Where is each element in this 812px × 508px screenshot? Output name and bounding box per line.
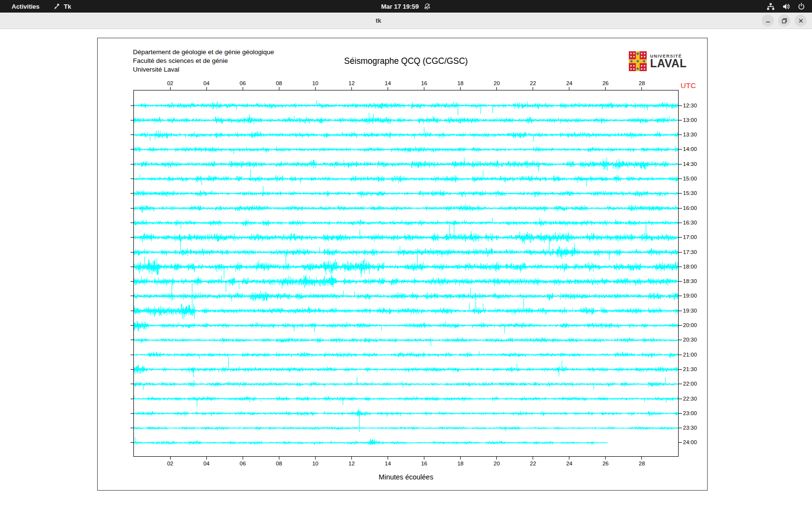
- volume-icon: [782, 2, 790, 11]
- y-axis-tick-right: [678, 134, 682, 135]
- x-axis-label-bottom: 04: [203, 461, 210, 466]
- x-axis-label-bottom: 06: [240, 461, 246, 466]
- x-axis-label-bottom: 14: [385, 461, 391, 466]
- universite-laval-logo: UNIVERSITÉ LAVAL: [629, 51, 687, 73]
- x-axis-label-top: 10: [312, 80, 319, 86]
- x-axis-tick-bottom: [170, 456, 171, 460]
- x-axis-label-top: 08: [276, 80, 282, 86]
- y-axis-tick-right: [678, 193, 682, 194]
- x-axis-tick-top: [460, 87, 461, 90]
- clock-label: Mar 17 19:59: [381, 3, 419, 10]
- utc-label: UTC: [681, 81, 696, 90]
- utc-time-label: 18:00: [683, 264, 697, 269]
- x-axis-tick-top: [170, 87, 171, 90]
- window-titlebar[interactable]: tk: [0, 13, 812, 29]
- app-menu-tk[interactable]: Tk: [50, 0, 74, 13]
- y-axis-tick-right: [678, 355, 682, 355]
- utc-time-label: 17:00: [683, 234, 697, 240]
- y-axis-tick-right: [678, 208, 682, 209]
- seismogram-plot-area: UTC 020204040606080810101212141416161818…: [133, 90, 679, 457]
- utc-time-label: 24:00: [683, 439, 697, 445]
- institution-line-3: Université Laval: [133, 65, 274, 74]
- x-axis-tick-bottom: [388, 456, 388, 460]
- x-axis-label-top: 12: [348, 80, 355, 86]
- logo-laval-text: LAVAL: [650, 59, 687, 69]
- x-axis-label-top: 26: [602, 80, 609, 86]
- x-axis-tick-bottom: [243, 456, 243, 460]
- y-axis-tick-right: [678, 223, 682, 223]
- x-axis-tick-bottom: [351, 456, 352, 460]
- y-axis-tick-left: [130, 208, 134, 209]
- utc-time-label: 21:00: [683, 352, 697, 358]
- y-axis-tick-right: [678, 120, 682, 120]
- activities-button[interactable]: Activities: [9, 0, 43, 13]
- x-axis-tick-top: [279, 87, 279, 90]
- utc-time-label: 14:00: [683, 146, 697, 152]
- maximize-button[interactable]: [778, 15, 790, 27]
- utc-time-label: 16:00: [683, 205, 697, 211]
- y-axis-tick-left: [130, 193, 134, 194]
- y-axis-tick-left: [130, 325, 134, 326]
- utc-time-label: 14:30: [683, 161, 697, 167]
- y-axis-tick-left: [130, 149, 134, 149]
- x-axis-tick-bottom: [605, 456, 606, 460]
- y-axis-tick-right: [678, 237, 682, 238]
- x-axis-tick-top: [388, 87, 388, 90]
- x-axis-tick-top: [496, 87, 497, 90]
- y-axis-tick-right: [678, 149, 682, 149]
- utc-time-label: 19:30: [683, 308, 697, 314]
- utc-time-label: 19:00: [683, 293, 697, 299]
- y-axis-tick-left: [130, 311, 134, 311]
- y-axis-tick-left: [130, 296, 134, 296]
- x-axis-label-top: 24: [566, 80, 572, 86]
- utc-time-label: 20:30: [683, 337, 697, 343]
- x-axis-label-bottom: 22: [530, 461, 536, 466]
- minimize-button[interactable]: [762, 15, 774, 27]
- y-axis-tick-left: [130, 399, 134, 399]
- clock-menu[interactable]: Mar 17 19:59: [381, 0, 431, 13]
- seismograph-frame: Département de géologie et de génie géol…: [97, 38, 708, 491]
- x-axis-tick-bottom: [569, 456, 569, 460]
- x-axis-label-top: 22: [530, 80, 536, 86]
- y-axis-tick-right: [678, 325, 682, 326]
- y-axis-tick-left: [130, 237, 134, 238]
- y-axis-tick-left: [130, 252, 134, 253]
- y-axis-tick-right: [678, 164, 682, 164]
- window-controls: [762, 15, 807, 27]
- y-axis-tick-left: [130, 369, 134, 370]
- chart-title: Séismographe QCQ (CGC/GSC): [133, 56, 679, 66]
- y-axis-tick-right: [678, 369, 682, 370]
- y-axis-tick-left: [130, 384, 134, 384]
- y-axis-tick-right: [678, 384, 682, 384]
- close-button[interactable]: [795, 15, 807, 27]
- x-axis-label-bottom: 02: [167, 461, 174, 466]
- institution-line-1: Département de géologie et de génie géol…: [133, 48, 274, 57]
- y-axis-tick-left: [130, 105, 134, 106]
- x-axis-label-top: 16: [421, 80, 427, 86]
- x-axis-tick-top: [533, 87, 533, 90]
- x-axis-tick-top: [605, 87, 606, 90]
- utc-time-label: 22:30: [683, 396, 697, 402]
- x-axis-label-bottom: 26: [602, 461, 609, 466]
- x-axis-tick-top: [641, 87, 642, 90]
- y-axis-tick-left: [130, 134, 134, 135]
- x-axis-title: Minutes écoulées: [133, 473, 679, 481]
- x-axis-label-top: 04: [203, 80, 210, 86]
- x-axis-label-top: 20: [493, 80, 500, 86]
- x-axis-tick-top: [315, 87, 316, 90]
- x-axis-tick-top: [569, 87, 569, 90]
- y-axis-tick-right: [678, 252, 682, 253]
- x-axis-label-bottom: 24: [566, 461, 572, 466]
- system-status-area[interactable]: [767, 0, 805, 13]
- y-axis-tick-left: [130, 355, 134, 355]
- x-axis-tick-bottom: [641, 456, 642, 460]
- utc-time-label: 13:00: [683, 117, 697, 123]
- seismogram-canvas: [134, 90, 678, 456]
- y-axis-tick-left: [130, 267, 134, 267]
- utc-time-label: 23:30: [683, 425, 697, 431]
- notifications-muted-icon: [424, 3, 431, 10]
- y-axis-tick-left: [130, 223, 134, 223]
- x-axis-tick-top: [424, 87, 424, 90]
- x-axis-tick-bottom: [424, 456, 424, 460]
- x-axis-label-top: 28: [639, 80, 645, 86]
